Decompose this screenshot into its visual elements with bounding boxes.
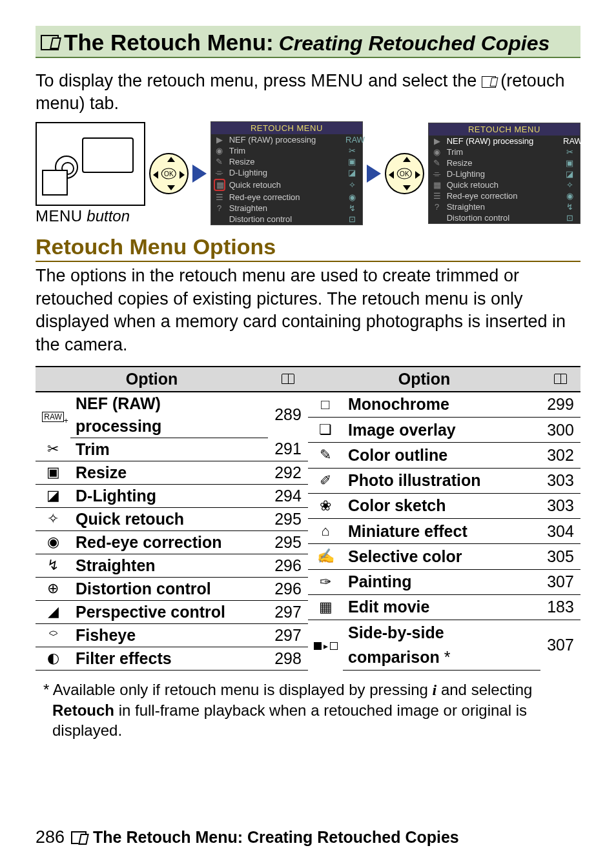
screenshot-item-label: Trim <box>229 146 342 156</box>
section-paragraph: The options in the retouch menu are used… <box>36 265 580 357</box>
option-icon: ✐ <box>308 468 343 493</box>
retouch-tab-footer-icon <box>71 831 87 844</box>
option-page: 307 <box>540 620 580 671</box>
option-label: Resize <box>70 461 268 484</box>
option-label: Color outline <box>343 443 540 468</box>
screenshot-item-label: Red-eye correction <box>229 192 342 202</box>
intro-mid: and select the <box>364 71 482 90</box>
screenshot-row: Distortion control⊡ <box>211 214 362 225</box>
option-page: 302 <box>540 443 580 468</box>
screenshot-row: ▦Quick retouch✧ <box>429 179 580 190</box>
page-title-bar: The Retouch Menu: Creating Retouched Cop… <box>36 26 580 58</box>
screenshot-item-label: D-Lighting <box>229 168 342 177</box>
screenshot-item-righticon: ↯ <box>345 203 358 213</box>
footnote: * Available only if retouch menu is disp… <box>36 680 580 741</box>
option-label: NEF (RAW) <box>70 392 268 415</box>
screenshot-tab-icon: ⌯ <box>214 168 225 177</box>
screenshot-item-righticon: RAW <box>563 136 576 146</box>
screenshot-2: RETOUCH MENU ▶NEF (RAW) processingRAW◉Tr… <box>428 123 580 224</box>
screenshot-row: Distortion control⊡ <box>429 212 580 223</box>
option-page: 298 <box>268 647 308 670</box>
multi-selector-icon <box>149 153 189 194</box>
option-label: Trim <box>70 438 268 461</box>
th-option: Option <box>308 367 540 392</box>
options-table-right: Option □Monochrome299❏Image overlay300✎C… <box>308 366 580 671</box>
section-heading: Retouch Menu Options <box>36 234 580 262</box>
retouch-tab-inline-icon <box>482 76 496 88</box>
screenshot-row: ?Straighten↯ <box>211 203 362 214</box>
option-page: 183 <box>540 594 580 620</box>
option-label: Photo illustration <box>343 468 540 493</box>
screenshot-row: ⌯D-Lighting◪ <box>429 168 580 179</box>
screenshot-item-righticon: ◉ <box>563 191 576 201</box>
screenshot-item-label: Quick retouch <box>229 180 342 190</box>
footnote-star: * <box>43 681 49 698</box>
footnote-bold: Retouch <box>52 701 114 719</box>
option-page: 296 <box>268 577 308 600</box>
option-icon: ❏ <box>308 418 343 443</box>
screenshot-item-label: Resize <box>229 157 342 167</box>
screenshot-row: ✎Resize▣ <box>429 157 580 168</box>
option-page: 304 <box>540 519 580 544</box>
option-label: Fisheye <box>70 623 268 647</box>
screenshot-tab-icon: ☰ <box>214 192 225 202</box>
screenshot-item-righticon: ✂ <box>345 146 358 156</box>
option-label: processing <box>70 415 268 438</box>
footer-text: The Retouch Menu: Creating Retouched Cop… <box>93 828 459 847</box>
option-icon: ◉ <box>36 530 70 554</box>
option-icon: ◢ <box>36 600 70 623</box>
option-icon: ◪ <box>36 484 70 507</box>
option-page: 289 <box>268 392 308 438</box>
screenshot-tab-icon: ▶ <box>431 136 443 146</box>
option-label: Selective color <box>343 544 540 569</box>
screenshot-item-righticon: ⊡ <box>345 214 358 224</box>
footnote-mid: and selecting <box>436 681 532 698</box>
option-icon: ▣ <box>36 461 70 484</box>
screenshot-row: ✎Resize▣ <box>211 156 362 167</box>
screenshot-tab-icon: ☰ <box>431 191 443 201</box>
screenshot-row: ☰Red-eye correction◉ <box>211 192 362 203</box>
th-page-icon <box>268 367 308 392</box>
screenshot-row: ▦Quick retouch✧ <box>211 178 362 192</box>
retouch-tab-icon <box>41 35 59 50</box>
option-page: 297 <box>268 600 308 623</box>
screenshot-item-label: Distortion control <box>229 214 342 224</box>
screenshot-item-righticon: ◉ <box>345 192 358 202</box>
option-icon: ◐ <box>36 647 70 670</box>
screenshot-item-righticon: ✧ <box>345 180 358 190</box>
option-label: Image overlay <box>343 418 540 443</box>
screenshot-header: RETOUCH MENU <box>429 123 580 136</box>
screenshot-tab-icon: ◉ <box>431 147 443 157</box>
screenshot-item-label: Distortion control <box>447 213 559 223</box>
option-icon: ⌂ <box>308 519 343 544</box>
screenshot-item-label: Resize <box>447 158 559 168</box>
screenshot-tab-icon: ? <box>431 202 443 212</box>
multi-selector-icon <box>385 153 424 194</box>
option-label: Quick retouch <box>70 507 268 530</box>
footnote-pre: Available only if retouch menu is displa… <box>49 681 432 698</box>
option-label: Painting <box>343 569 540 594</box>
option-label: Side-by-side <box>343 620 540 645</box>
option-icon: RAW <box>36 392 70 438</box>
option-icon: □ <box>308 392 343 418</box>
option-page: 294 <box>268 484 308 507</box>
option-icon: ⊕ <box>36 577 70 600</box>
screenshot-row: ◉Trim✂ <box>211 145 362 156</box>
option-page: 295 <box>268 530 308 554</box>
menu-button-suffix: button <box>83 207 130 225</box>
title-sub: Creating Retouched Copies <box>279 32 550 56</box>
option-page: 297 <box>268 623 308 647</box>
screenshot-item-righticon: ◪ <box>345 168 358 177</box>
option-label: Edit movie <box>343 594 540 620</box>
option-label: Distortion control <box>70 577 268 600</box>
title-main: The Retouch Menu: <box>64 30 274 56</box>
option-page: 300 <box>540 418 580 443</box>
options-tables: Option RAWNEF (RAW)289processing✂Trim291… <box>36 366 580 671</box>
menu-word: MENU <box>311 71 364 90</box>
option-icon: ▸ <box>308 620 343 671</box>
option-label: Red-eye correction <box>70 530 268 554</box>
menu-button-caption: MENU button <box>36 207 145 225</box>
option-page: 296 <box>268 554 308 577</box>
screenshot-item-label: Straighten <box>229 203 342 213</box>
screenshot-row: ☰Red-eye correction◉ <box>429 190 580 201</box>
